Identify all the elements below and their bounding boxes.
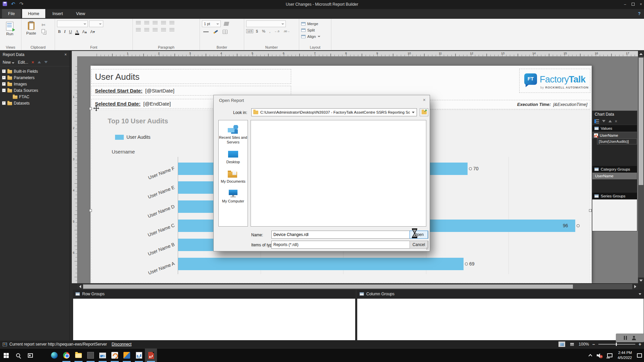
place-my-documents[interactable]: My Documents <box>219 169 248 184</box>
border-style-icon[interactable] <box>203 32 209 32</box>
number-format-select[interactable] <box>246 20 286 27</box>
move-up-icon[interactable] <box>38 61 41 63</box>
tree-item-ftac[interactable]: FTAC <box>0 94 69 100</box>
increase-decimals-icon[interactable]: ←.0 <box>273 30 281 33</box>
taskbar-search[interactable] <box>12 349 24 362</box>
align-right-icon[interactable] <box>153 28 158 32</box>
move-down-icon[interactable] <box>44 61 48 63</box>
new-button[interactable]: New <box>3 60 14 65</box>
resize-grip[interactable] <box>426 248 429 250</box>
cut-icon[interactable]: ✄ <box>42 23 45 27</box>
taskbar-task-view[interactable] <box>24 349 36 362</box>
taskbar-file-explorer[interactable] <box>72 349 85 362</box>
scroll-left-icon[interactable] <box>77 284 83 289</box>
paste-button[interactable]: Paste <box>23 20 39 43</box>
taskbar-edge[interactable] <box>48 349 60 362</box>
vertical-scrollbar[interactable] <box>638 51 644 283</box>
delete-icon[interactable]: × <box>32 60 34 65</box>
align-middle-icon[interactable] <box>144 21 149 25</box>
move-down-icon[interactable] <box>602 120 605 122</box>
selection-handle[interactable] <box>89 107 92 110</box>
cancel-button[interactable]: Cancel <box>410 241 428 249</box>
zoom-out-icon[interactable]: – <box>592 342 595 347</box>
dialog-close-icon[interactable]: × <box>423 97 426 103</box>
border-color-icon[interactable] <box>213 30 218 34</box>
comma-icon[interactable]: , <box>268 29 272 33</box>
disconnect-link[interactable]: Disconnect <box>112 342 131 347</box>
scroll-up-icon[interactable] <box>638 51 644 57</box>
selection-handle[interactable] <box>89 209 92 212</box>
copy-icon[interactable] <box>42 29 45 33</box>
action-center-icon[interactable] <box>637 353 642 358</box>
expand-icon[interactable]: + <box>2 69 6 73</box>
zoom-slider[interactable] <box>598 344 635 345</box>
decrease-indent-icon[interactable] <box>161 21 166 25</box>
undo-icon[interactable]: ↶ <box>11 1 15 6</box>
tree-item-images[interactable]: +Images <box>0 81 69 87</box>
up-one-level-button[interactable]: ↗ <box>420 108 428 116</box>
run-button[interactable]: Run <box>2 20 17 43</box>
collapse-icon[interactable]: − <box>2 88 6 92</box>
border-width-select[interactable]: 1 pt <box>202 20 221 27</box>
taskbar-report-builder[interactable] <box>145 349 157 362</box>
currency-icon[interactable]: $ <box>255 29 259 33</box>
font-color-button[interactable]: A <box>74 29 80 34</box>
person-icon[interactable] <box>632 336 636 340</box>
taskbar-app-monitor[interactable] <box>97 349 109 362</box>
look-in-select[interactable]: C:\Users\Administrator\Desktop\IN39337 -… <box>251 108 417 116</box>
grow-font-button[interactable]: A▴ <box>81 29 88 34</box>
expand-icon[interactable]: + <box>2 101 6 105</box>
column-groups-body[interactable] <box>357 298 644 341</box>
expand-icon[interactable]: + <box>2 76 6 79</box>
redo-icon[interactable]: ↷ <box>19 1 24 6</box>
decrease-decimals-icon[interactable]: .00→ <box>282 30 291 33</box>
save-icon[interactable] <box>3 2 7 6</box>
numbered-list-icon[interactable] <box>169 28 174 32</box>
expand-icon[interactable]: + <box>2 82 6 86</box>
taskbar-chrome[interactable] <box>60 349 72 362</box>
chevron-down-icon[interactable] <box>639 293 641 295</box>
delete-icon[interactable]: × <box>615 119 617 124</box>
pause-icon[interactable] <box>624 336 627 340</box>
close-button[interactable]: × <box>640 2 642 6</box>
category-item-username[interactable]: UserName <box>592 173 637 179</box>
place-recent-sites-and-servers[interactable]: Recent Sites and Servers <box>219 125 248 145</box>
align-left-icon[interactable] <box>136 28 141 32</box>
minimize-button[interactable]: – <box>624 2 626 6</box>
scrollbar-thumb[interactable] <box>639 58 643 185</box>
tree-item-data-sources[interactable]: −Data Sources <box>0 87 69 94</box>
values-item-sum[interactable]: [Sum(UserAudits)] <box>597 138 637 144</box>
chevron-up-icon[interactable] <box>589 354 592 358</box>
scroll-down-icon[interactable] <box>638 278 644 283</box>
taskbar-internet-explorer[interactable] <box>36 349 48 362</box>
tab-view[interactable]: View <box>70 9 91 18</box>
textbox-start-date[interactable]: Selected Start Date: [@StartDate] <box>91 86 291 96</box>
align-top-icon[interactable] <box>136 21 141 25</box>
selection-handle[interactable] <box>589 209 592 212</box>
textbox-report-title[interactable]: User Audits <box>91 69 291 84</box>
bold-button[interactable]: B <box>57 29 62 34</box>
horizontal-scrollbar[interactable] <box>77 284 638 289</box>
tree-item-parameters[interactable]: +Parameters <box>0 74 69 81</box>
edit-button[interactable]: Edit... <box>18 60 28 65</box>
taskbar-app-report[interactable] <box>133 349 145 362</box>
place-my-computer[interactable]: My Computer <box>219 189 248 204</box>
tab-file[interactable]: File <box>2 9 21 18</box>
zoom-slider-thumb[interactable] <box>616 343 617 346</box>
bullet-list-icon[interactable] <box>161 28 166 32</box>
font-size-select[interactable] <box>89 20 103 27</box>
underline-button[interactable]: U <box>68 29 73 34</box>
taskbar-start[interactable] <box>0 349 12 362</box>
run-view-button[interactable] <box>569 342 575 347</box>
taskbar-app-assetcentre[interactable] <box>121 349 133 362</box>
split-button[interactable]: Split <box>301 27 329 33</box>
file-type-select[interactable]: Reports (*.rdl) <box>271 241 428 249</box>
maximize-button[interactable] <box>632 3 635 6</box>
file-name-input[interactable] <box>271 231 428 239</box>
align-center-icon[interactable] <box>144 28 149 32</box>
shrink-font-button[interactable]: A▾ <box>89 29 96 34</box>
row-groups-body[interactable] <box>73 298 356 341</box>
border-grid-icon[interactable] <box>223 30 227 34</box>
align-button[interactable]: Align <box>301 33 329 40</box>
place-desktop[interactable]: Desktop <box>219 149 248 165</box>
